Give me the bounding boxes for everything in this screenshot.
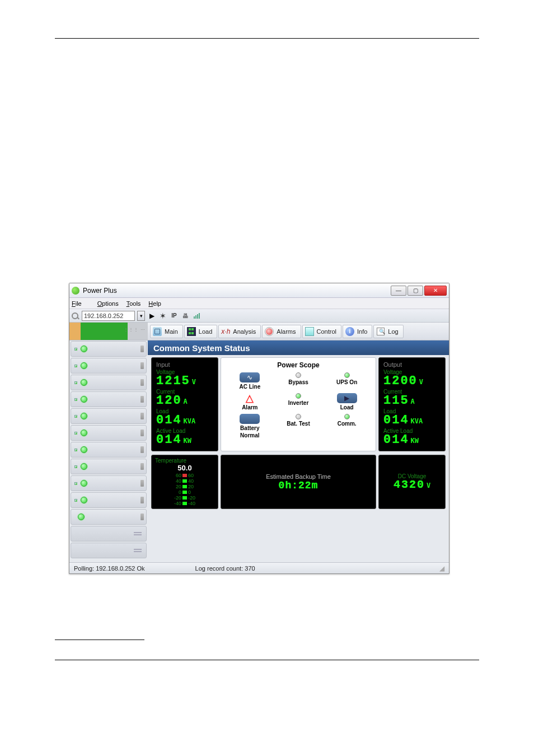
power-scope-panel: Power Scope AC Line Bypass UPS On Alarm … [221, 357, 376, 451]
device-slot-7[interactable] [71, 442, 147, 458]
tab-label: Alarms [277, 328, 296, 335]
satellite-icon[interactable] [158, 311, 167, 320]
app-window: Power Plus — ▢ ✕ File Options Tools Help… [69, 283, 449, 574]
titlebar[interactable]: Power Plus — ▢ ✕ [69, 283, 449, 298]
tab-load[interactable]: Load [184, 325, 217, 338]
temperature-panel: Temperature 50.0 6060 4040 2020 00 -20-2… [151, 455, 218, 509]
battery-label: Battery [240, 425, 259, 431]
status-row-1: Input Voltage1215V Current120A Load014KV… [148, 355, 449, 454]
main-content: Main Load Analysis Alarms Control Info L… [148, 323, 449, 562]
ac-line-label: AC Line [239, 384, 260, 390]
menu-help[interactable]: Help [148, 300, 161, 307]
device-slot-1[interactable] [71, 341, 147, 357]
input-panel: Input Voltage1215V Current120A Load014KV… [151, 357, 218, 451]
tab-control[interactable]: Control [302, 325, 341, 338]
status-led-icon [81, 379, 87, 386]
window-title: Power Plus [83, 287, 117, 295]
tab-label: Control [317, 328, 336, 335]
alarm-icon [265, 327, 274, 336]
menu-options[interactable]: Options [97, 300, 119, 307]
tab-info[interactable]: Info [343, 325, 372, 338]
tab-main[interactable]: Main [150, 325, 183, 338]
device-slot-blank-2[interactable] [71, 543, 147, 558]
status-row-2: Temperature 50.0 6060 4040 2020 00 -20-2… [148, 454, 449, 512]
input-current-value: 120 [156, 395, 182, 407]
bypass-label: Bypass [288, 379, 308, 385]
comm-led-icon [344, 414, 350, 419]
statusbar: Polling: 192.168.0.252 Ok Log record cou… [69, 562, 449, 573]
device-list [69, 323, 148, 562]
output-current-value: 115 [383, 395, 409, 407]
unit: V [419, 379, 423, 385]
analysis-icon [221, 327, 230, 336]
maximize-button[interactable]: ▢ [407, 286, 423, 296]
temp-value: 50.0 [155, 464, 214, 472]
unit: V [427, 482, 430, 489]
search-icon[interactable] [72, 312, 78, 319]
minimize-button[interactable]: — [391, 286, 406, 296]
load-icon [337, 393, 357, 403]
status-led-icon [78, 514, 85, 520]
panel-heading: Input [156, 361, 213, 368]
menu-file[interactable]: File [72, 300, 90, 307]
app-icon [72, 287, 79, 295]
temp-scale: 6060 4040 2020 00 -20-20 -40-40 [155, 473, 214, 506]
ip-dropdown-button[interactable] [137, 311, 145, 321]
device-slot-blank-1[interactable] [71, 526, 147, 542]
status-led-icon [81, 446, 87, 453]
device-slot-8[interactable] [71, 459, 147, 474]
unit: V [192, 379, 196, 385]
toolbar: 192.168.0.252 ▶ IP [69, 309, 449, 323]
device-slot-3[interactable] [71, 375, 147, 390]
ups-on-label: UPS On [336, 379, 357, 385]
ip-label: IP [170, 311, 179, 320]
status-led-icon [81, 430, 87, 436]
tab-alarms[interactable]: Alarms [262, 325, 301, 338]
print-icon[interactable] [181, 311, 190, 320]
unit: A [411, 398, 415, 405]
close-button[interactable]: ✕ [424, 286, 447, 296]
bat-test-led-icon [296, 414, 301, 419]
device-slot-6[interactable] [71, 425, 147, 441]
unit: A [184, 398, 188, 405]
status-led-icon [81, 463, 87, 470]
output-panel: Output Voltage1200V Current115A Load014K… [378, 357, 446, 451]
output-voltage-value: 1200 [383, 375, 418, 388]
tabbar: Main Load Analysis Alarms Control Info L… [148, 323, 449, 340]
device-slot-4[interactable] [71, 391, 147, 407]
comm-label: Comm. [338, 421, 357, 427]
bypass-led-icon [296, 372, 301, 378]
ip-input[interactable]: 192.168.0.252 [82, 311, 135, 321]
alarm-label: Alarm [242, 404, 257, 410]
device-slot-11[interactable] [71, 509, 147, 525]
levels-icon[interactable] [192, 311, 201, 320]
log-icon [376, 327, 385, 336]
resize-grip-icon[interactable]: ◢ [439, 564, 444, 572]
body: Main Load Analysis Alarms Control Info L… [69, 323, 449, 562]
status-led-icon [81, 346, 87, 352]
play-icon[interactable]: ▶ [147, 311, 156, 320]
menubar: File Options Tools Help [69, 298, 449, 309]
unit: KW [184, 437, 191, 444]
device-slot-5[interactable] [71, 408, 147, 424]
device-slot-10[interactable] [71, 492, 147, 508]
input-load-value: 014 [156, 414, 182, 427]
dc-voltage-panel: DC Voltage 4320V [378, 455, 446, 509]
tab-analysis[interactable]: Analysis [218, 325, 261, 338]
tab-label: Log [388, 328, 398, 335]
inverter-label: Inverter [288, 400, 309, 406]
backup-time-panel: Estimated Backup Time 0h:22m [221, 455, 376, 509]
device-slot-2[interactable] [71, 358, 147, 374]
tab-log[interactable]: Log [373, 325, 403, 338]
status-led-icon [81, 480, 87, 487]
device-slot-9[interactable] [71, 475, 147, 491]
main-icon [153, 327, 162, 336]
window-controls: — ▢ ✕ [390, 286, 447, 296]
load-icon [187, 327, 196, 336]
menu-tools[interactable]: Tools [127, 300, 141, 307]
input-voltage-value: 1215 [156, 375, 190, 388]
status-led-icon [81, 362, 87, 369]
rack-thumbnail[interactable] [69, 323, 148, 340]
status-led-icon [81, 413, 87, 419]
tab-label: Analysis [233, 328, 256, 335]
